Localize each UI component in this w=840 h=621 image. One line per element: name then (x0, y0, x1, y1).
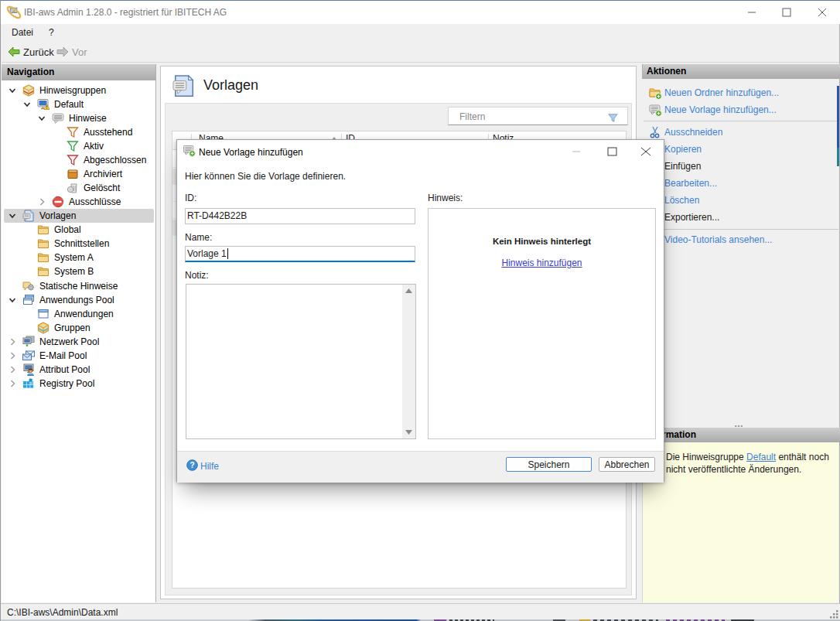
svg-text:?: ? (190, 461, 194, 469)
